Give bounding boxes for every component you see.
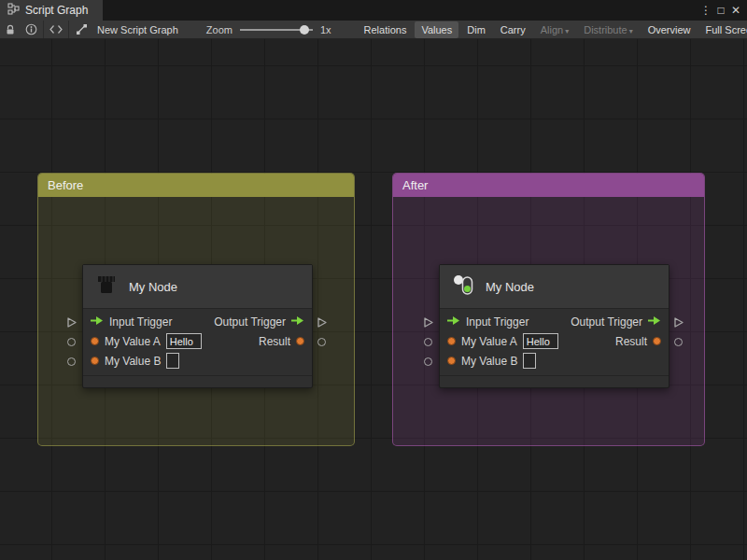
result-label: Result <box>615 335 647 348</box>
output-trigger-arrow-icon[interactable] <box>648 315 661 329</box>
chevron-down-icon: ▾ <box>565 27 569 35</box>
value-b-label: My Value B <box>105 355 161 368</box>
output-trigger-label: Output Trigger <box>214 315 286 329</box>
node-title: My Node <box>129 280 177 294</box>
node-title: My Node <box>486 280 534 294</box>
script-graph-window: Script Graph ⋮ □ ✕ <box>0 0 747 560</box>
toolbar: New Script Graph Zoom 1x Relations Value… <box>0 21 747 39</box>
output-trigger-label: Output Trigger <box>571 315 642 329</box>
toolbar-separator <box>43 21 44 39</box>
values-button[interactable]: Values <box>415 21 458 38</box>
lock-icon[interactable] <box>0 21 21 39</box>
port-row-trigger: Input Trigger Output Trigger <box>83 312 312 331</box>
graph-canvas[interactable]: Before After My Node <box>0 39 747 560</box>
zoom-slider-handle[interactable] <box>300 25 309 35</box>
node-footer <box>83 375 312 387</box>
tab-title: Script Graph <box>25 4 88 17</box>
group-title: After <box>402 178 428 192</box>
node-header[interactable]: My Node <box>440 265 669 309</box>
group-after-header[interactable]: After <box>393 174 704 197</box>
relations-button[interactable]: Relations <box>358 21 414 38</box>
window-maximize-button[interactable]: □ <box>713 0 728 21</box>
value-port-icon[interactable] <box>296 337 304 345</box>
toolbar-separator <box>68 21 69 39</box>
node-my-node-before[interactable]: My Node Input Trigger Output Trigger <box>82 264 313 388</box>
port-row-trigger: Input Trigger Output Trigger <box>440 312 669 331</box>
graph-icon <box>7 3 20 18</box>
port-row-value-b: My Value B <box>440 351 669 371</box>
value-a-input[interactable] <box>523 333 558 349</box>
value-a-input[interactable] <box>166 333 202 349</box>
flow-machine-icon <box>94 273 119 301</box>
external-input-trigger-port[interactable] <box>65 316 78 329</box>
group-title: Before <box>48 178 83 192</box>
external-value-b-port[interactable] <box>67 357 76 366</box>
external-value-b-port[interactable] <box>424 357 432 366</box>
carry-button[interactable]: Carry <box>494 21 532 38</box>
window-menu-button[interactable]: ⋮ <box>698 0 713 21</box>
tab-script-graph[interactable]: Script Graph <box>0 0 103 21</box>
zoom-value: 1x <box>320 24 331 35</box>
value-b-input[interactable] <box>523 353 536 369</box>
input-trigger-arrow-icon[interactable] <box>447 315 460 329</box>
port-row-value-b: My Value B <box>83 351 312 371</box>
external-input-trigger-port[interactable] <box>422 316 434 329</box>
window-controls: ⋮ □ ✕ <box>698 0 747 21</box>
value-b-label: My Value B <box>461 355 517 368</box>
input-trigger-label: Input Trigger <box>109 315 172 329</box>
value-a-label: My Value A <box>461 335 517 348</box>
value-port-icon[interactable] <box>447 337 456 345</box>
distribute-dropdown: Distribute▾ <box>577 21 639 38</box>
port-row-value-a: My Value A Result <box>83 331 312 351</box>
node-port-rows: Input Trigger Output Trigger My Value A … <box>83 309 312 375</box>
group-before-header[interactable]: Before <box>38 174 354 197</box>
node-header[interactable]: My Node <box>83 265 312 309</box>
dim-button[interactable]: Dim <box>460 21 492 38</box>
external-value-a-port[interactable] <box>424 338 432 346</box>
value-port-icon[interactable] <box>91 357 99 365</box>
chevron-down-icon: ▾ <box>629 27 633 35</box>
info-icon[interactable] <box>21 21 41 39</box>
window-close-button[interactable]: ✕ <box>728 0 743 21</box>
value-port-icon[interactable] <box>91 337 99 345</box>
graph-name-label[interactable]: New Script Graph <box>97 24 178 35</box>
node-footer <box>440 375 669 387</box>
zoom-label: Zoom <box>206 24 233 35</box>
external-output-trigger-port[interactable] <box>316 316 328 329</box>
fullscreen-button[interactable]: Full Screen <box>699 21 747 38</box>
external-value-a-port[interactable] <box>67 338 76 346</box>
external-output-trigger-port[interactable] <box>672 316 684 329</box>
output-trigger-arrow-icon[interactable] <box>291 315 304 329</box>
tab-bar: Script Graph ⋮ □ ✕ <box>0 0 747 21</box>
overview-button[interactable]: Overview <box>641 21 698 38</box>
node-my-node-after[interactable]: My Node Input Trigger Output Trigger <box>439 264 669 388</box>
value-a-label: My Value A <box>105 335 161 348</box>
input-trigger-label: Input Trigger <box>466 315 529 329</box>
result-label: Result <box>259 335 290 348</box>
node-port-rows: Input Trigger Output Trigger My Value A … <box>440 309 669 375</box>
port-row-value-a: My Value A Result <box>440 331 669 351</box>
align-dropdown: Align▾ <box>534 21 575 38</box>
input-trigger-arrow-icon[interactable] <box>91 315 104 329</box>
external-result-port[interactable] <box>317 338 326 346</box>
zoom-slider[interactable] <box>240 21 313 39</box>
code-icon[interactable] <box>46 21 66 39</box>
toggle-unit-icon <box>451 273 475 301</box>
value-b-input[interactable] <box>166 353 179 369</box>
value-port-icon[interactable] <box>447 357 456 365</box>
graph-asset-icon <box>71 21 92 39</box>
value-port-icon[interactable] <box>653 337 661 345</box>
external-result-port[interactable] <box>674 338 683 346</box>
